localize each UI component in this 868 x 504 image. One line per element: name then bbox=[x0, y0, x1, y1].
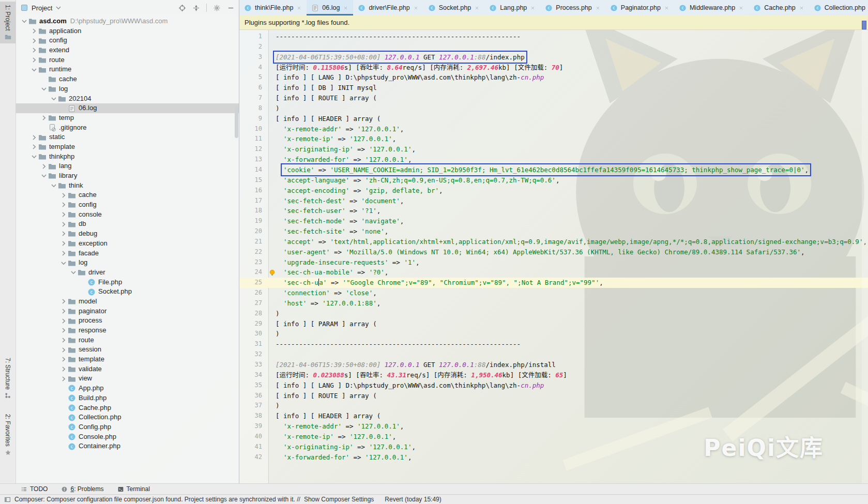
tree-item-library[interactable]: library bbox=[16, 171, 239, 181]
close-x-icon[interactable] bbox=[664, 5, 669, 11]
editor-tab-paginator.php[interactable]: cPaginator.php bbox=[605, 0, 674, 16]
tree-item-debug[interactable]: debug bbox=[16, 229, 239, 239]
chevron-right-icon[interactable] bbox=[59, 239, 68, 248]
tree-item-static[interactable]: static bbox=[16, 132, 239, 142]
toolwindow-button-todo[interactable]: TODO bbox=[21, 485, 48, 493]
chevron-right-icon[interactable] bbox=[59, 201, 68, 209]
log-line-text[interactable]: 'x-originating-ip' => '127.0.0.1', bbox=[268, 442, 868, 452]
chevron-down-icon[interactable] bbox=[20, 17, 28, 25]
tree-item-build.php[interactable]: cBuild.php bbox=[16, 393, 239, 403]
collapse-all-icon[interactable] bbox=[192, 4, 200, 12]
tree-item-application[interactable]: application bbox=[16, 26, 239, 36]
chevron-right-icon[interactable] bbox=[59, 375, 68, 383]
log-line-text[interactable]: 'sec-fetch-dest' => 'document', bbox=[268, 196, 868, 206]
chevron-right-icon[interactable] bbox=[59, 365, 68, 373]
log-line-text[interactable]: [ info ] [ DB ] INIT mysql bbox=[268, 83, 868, 93]
toolwindow-tab-favorites[interactable]: 2: Favorites bbox=[0, 411, 16, 459]
log-line-text[interactable]: 'x-remote-addr' => '127.0.0.1', bbox=[268, 421, 868, 432]
chevron-right-icon[interactable] bbox=[59, 326, 68, 334]
chevron-right-icon[interactable] bbox=[30, 46, 38, 54]
chevron-right-icon[interactable] bbox=[30, 143, 38, 151]
chevron-right-icon[interactable] bbox=[59, 297, 68, 306]
log-line-text[interactable]: ) bbox=[268, 329, 868, 339]
tree-item-facade[interactable]: facade bbox=[16, 249, 239, 258]
log-line-text[interactable]: [ info ] [ LANG ] D:\phpstudy_pro\WWW\as… bbox=[268, 380, 868, 391]
editor-scrollbar[interactable] bbox=[862, 30, 868, 483]
tree-item-cache[interactable]: cache bbox=[16, 74, 239, 84]
log-line-text[interactable]: 'x-originating-ip' => '127.0.0.1', bbox=[268, 144, 868, 155]
chevron-right-icon[interactable] bbox=[59, 191, 68, 200]
log-line-text[interactable]: 'x-remote-ip' => '127.0.0.1', bbox=[268, 134, 868, 144]
tree-item-asd.com[interactable]: asd.comD:\phpstudy_pro\WWW\asd.com bbox=[16, 17, 239, 26]
log-line-text[interactable]: 'sec-fetch-site' => 'none', bbox=[268, 226, 868, 237]
log-line-text[interactable] bbox=[268, 42, 868, 52]
editor[interactable]: 1---------------------------------------… bbox=[239, 30, 868, 483]
tree-item-route[interactable]: route bbox=[16, 335, 239, 345]
toolwindow-button-terminal[interactable]: Terminal bbox=[117, 485, 150, 493]
close-x-icon[interactable] bbox=[595, 5, 601, 11]
tree-item-session[interactable]: session bbox=[16, 345, 239, 355]
chevron-right-icon[interactable] bbox=[59, 249, 68, 257]
tree-item-model[interactable]: model bbox=[16, 297, 239, 307]
log-line-text[interactable]: [ info ] [ ROUTE ] array ( bbox=[268, 93, 868, 103]
panel-toggle-icon[interactable] bbox=[4, 496, 11, 503]
chevron-right-icon[interactable] bbox=[59, 317, 68, 325]
chevron-down-icon[interactable] bbox=[69, 268, 78, 277]
chevron-right-icon[interactable] bbox=[59, 210, 68, 219]
show-composer-settings-link[interactable]: Show Composer Settings bbox=[304, 496, 374, 503]
close-x-icon[interactable] bbox=[530, 5, 536, 11]
editor-tab-driver-file.php[interactable]: cdriver\File.php bbox=[353, 0, 423, 16]
tree-item-validate[interactable]: validate bbox=[16, 364, 239, 374]
log-line-text[interactable]: 'user-agent' => 'Mozilla/5.0 (Windows NT… bbox=[268, 247, 868, 257]
log-line-text[interactable]: 'accept-encoding' => 'gzip, deflate, br'… bbox=[268, 186, 868, 196]
chevron-down-icon[interactable] bbox=[59, 259, 68, 267]
chevron-right-icon[interactable] bbox=[30, 37, 38, 45]
log-line-text[interactable]: ) bbox=[268, 401, 868, 411]
log-line-text[interactable] bbox=[268, 349, 868, 360]
chevron-right-icon[interactable] bbox=[30, 56, 38, 64]
tree-item-paginator[interactable]: paginator bbox=[16, 307, 239, 316]
revert-link[interactable]: Revert (today 15:49) bbox=[385, 496, 441, 503]
gear-icon[interactable] bbox=[213, 4, 221, 12]
log-line-text[interactable]: 'x-forwarded-for' => '127.0.0.1', bbox=[268, 452, 868, 463]
tree-item-driver[interactable]: driver bbox=[16, 268, 239, 278]
tree-item-config[interactable]: config bbox=[16, 36, 239, 45]
log-line-text[interactable]: ----------------------------------------… bbox=[268, 32, 868, 42]
chevron-down-icon[interactable] bbox=[40, 172, 48, 180]
log-line-text[interactable]: [ info ] [ PARAM ] array ( bbox=[268, 319, 868, 329]
tree-item-container.php[interactable]: cContainer.php bbox=[16, 441, 239, 451]
chevron-right-icon[interactable] bbox=[40, 114, 48, 122]
tree-item-app.php[interactable]: cApp.php bbox=[16, 384, 239, 393]
log-line-text[interactable]: [ info ] [ ROUTE ] array ( bbox=[268, 391, 868, 401]
log-line-text[interactable]: 'upgrade-insecure-requests' => '1', bbox=[268, 257, 868, 268]
log-line-text[interactable]: 'host' => '127.0.0.1:88', bbox=[268, 298, 868, 309]
close-x-icon[interactable] bbox=[413, 5, 419, 11]
log-line-text[interactable]: [2021-04-06T15:39:50+08:00] 127.0.0.1 GE… bbox=[268, 52, 868, 63]
editor-tab-cache.php[interactable]: cCache.php bbox=[749, 0, 809, 16]
log-line-text[interactable]: [ info ] [ LANG ] D:\phpstudy_pro\WWW\as… bbox=[268, 72, 868, 83]
close-x-icon[interactable] bbox=[474, 5, 480, 11]
tree-item-route[interactable]: route bbox=[16, 55, 239, 65]
chevron-down-icon[interactable] bbox=[54, 4, 63, 12]
log-line-text[interactable]: 'sec-fetch-mode' => 'navigate', bbox=[268, 216, 868, 226]
tree-item-console[interactable]: console bbox=[16, 210, 239, 220]
chevron-right-icon[interactable] bbox=[30, 27, 38, 35]
minus-icon[interactable] bbox=[227, 4, 235, 12]
tree-item-log[interactable]: log bbox=[16, 258, 239, 268]
tree-item-extend[interactable]: extend bbox=[16, 45, 239, 55]
tree-item-.gitignore[interactable]: .gitignore bbox=[16, 123, 239, 133]
log-line-text[interactable]: [运行时间: 0.023088s] [吞吐率: 43.31req/s] [内存消… bbox=[268, 370, 868, 380]
log-line-text[interactable]: 'sec-fetch-user' => '?1', bbox=[268, 206, 868, 216]
log-line-text[interactable]: 'sec-ch-ua' => '"Google Chrome";v="89", … bbox=[268, 278, 868, 288]
close-x-icon[interactable] bbox=[799, 5, 804, 11]
target-icon[interactable] bbox=[178, 4, 186, 12]
tree-item-socket.php[interactable]: cSocket.php bbox=[16, 287, 239, 297]
toolwindow-tab-project[interactable]: 1: Project bbox=[0, 2, 16, 43]
intention-bulb-icon[interactable] bbox=[269, 269, 276, 276]
tree-item-thinkphp[interactable]: thinkphp bbox=[16, 152, 239, 162]
chevron-down-icon[interactable] bbox=[40, 85, 48, 93]
log-line-text[interactable]: 'x-remote-ip' => '127.0.0.1', bbox=[268, 432, 868, 442]
log-line-text[interactable]: 'x-remote-addr' => '127.0.0.1', bbox=[268, 124, 868, 134]
chevron-down-icon[interactable] bbox=[30, 152, 38, 161]
chevron-right-icon[interactable] bbox=[59, 336, 68, 344]
